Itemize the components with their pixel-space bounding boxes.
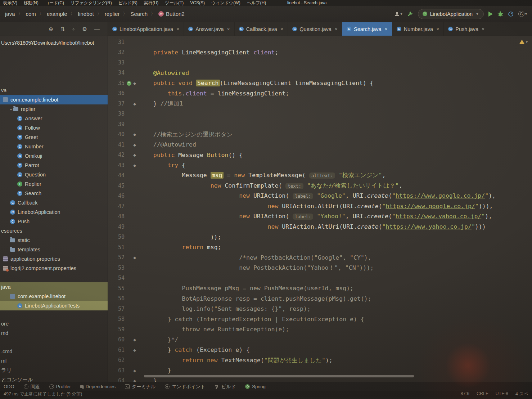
horizontal-scrollbar[interactable] bbox=[144, 375, 414, 377]
tab-close-icon[interactable]: × bbox=[482, 26, 484, 32]
code-line[interactable]: 46 new URIAction( label: "Google", URI.c… bbox=[108, 191, 532, 202]
code-line[interactable]: 32 private LineMessagingClient client; bbox=[108, 48, 532, 58]
line-number[interactable]: 45 bbox=[118, 183, 125, 189]
line-number[interactable]: 49 bbox=[118, 224, 125, 230]
tree-item[interactable]: static bbox=[0, 236, 108, 245]
expand-all-icon[interactable]: ⇅ bbox=[60, 26, 65, 32]
breadcrumb-item[interactable]: linebot bbox=[78, 11, 94, 17]
code-line[interactable]: 60◆ }*/ bbox=[108, 335, 532, 345]
fold-marker-icon[interactable]: ◆ bbox=[133, 153, 136, 157]
line-number[interactable]: 64 bbox=[118, 377, 125, 382]
tree-item[interactable]: ラリ bbox=[0, 366, 108, 375]
line-number[interactable]: 58 bbox=[118, 316, 125, 322]
breadcrumb-item[interactable]: example bbox=[47, 11, 67, 17]
tree-item[interactable]: CGreet bbox=[0, 133, 108, 142]
line-number[interactable]: 61 bbox=[118, 347, 125, 353]
toolwindow-terminal[interactable]: ターミナル bbox=[125, 384, 155, 390]
tree-item[interactable]: ▾replier bbox=[0, 104, 108, 114]
tree-item[interactable]: md bbox=[0, 328, 108, 338]
tree-item[interactable]: CNumber bbox=[0, 142, 108, 151]
code-line[interactable]: 54 bbox=[108, 273, 532, 284]
locate-icon[interactable]: ⊕ bbox=[49, 26, 53, 32]
expand-arrow-icon[interactable]: ▾ bbox=[10, 107, 12, 111]
fold-marker-icon[interactable]: ◆ bbox=[133, 379, 136, 382]
tab-answer-java[interactable]: CAnswer.java× bbox=[184, 22, 234, 36]
menu-item[interactable]: ヘルプ(H) bbox=[247, 0, 266, 6]
tab-close-icon[interactable]: × bbox=[227, 26, 230, 32]
breadcrumb-item[interactable]: mButton2 bbox=[158, 11, 185, 17]
breadcrumb-item[interactable]: java bbox=[5, 11, 15, 17]
fold-marker-icon[interactable]: ◆ bbox=[133, 143, 136, 147]
toolwindow-dependencies[interactable]: Dependencies bbox=[80, 384, 116, 389]
menu-item[interactable]: 表示(V) bbox=[3, 0, 17, 6]
tree-item[interactable]: java bbox=[0, 282, 108, 292]
line-number[interactable]: 57 bbox=[118, 306, 125, 312]
code-line[interactable]: 40◆ //検索エンジンの選択ボタン bbox=[108, 130, 532, 140]
line-number[interactable]: 31 bbox=[118, 39, 125, 45]
tab-callback-java[interactable]: CCallback.java× bbox=[235, 22, 288, 36]
line-number[interactable]: 36 bbox=[118, 90, 125, 97]
breadcrumb-item[interactable]: com bbox=[26, 11, 36, 17]
tab-close-icon[interactable]: × bbox=[176, 26, 179, 32]
tree-item[interactable]: CAnswer bbox=[0, 114, 108, 123]
code-line[interactable]: 34 @Autowired bbox=[108, 68, 532, 79]
fold-marker-icon[interactable]: ◆ bbox=[133, 348, 136, 352]
line-number[interactable]: 38 bbox=[118, 111, 125, 117]
toolwindow-todo[interactable]: ODO bbox=[4, 384, 14, 389]
toolwindow-spring[interactable]: Spring bbox=[245, 384, 266, 389]
code-line[interactable]: 63◆ } bbox=[108, 366, 532, 376]
status-item[interactable]: 4 スペ bbox=[515, 391, 528, 397]
tree-item[interactable]: とコンソール bbox=[0, 375, 108, 382]
code-line[interactable]: 50 )); bbox=[108, 232, 532, 243]
tree-item[interactable]: esources bbox=[0, 226, 108, 236]
code-line[interactable]: 55 PushMessage pMsg = new PushMessage(us… bbox=[108, 283, 532, 294]
tree-item[interactable]: ore bbox=[0, 319, 108, 328]
code-line[interactable]: 52◆ /*new PostbackAction("Google", "CY")… bbox=[108, 253, 532, 263]
tree-item[interactable]: com.example.linebot bbox=[0, 95, 108, 104]
tab-close-icon[interactable]: × bbox=[335, 26, 338, 32]
tree-item[interactable]: templates bbox=[0, 245, 108, 254]
toolwindow-endpoints[interactable]: エンドポイント bbox=[165, 384, 205, 390]
collapse-all-icon[interactable]: ÷ bbox=[72, 26, 75, 32]
hide-panel-icon[interactable]: — bbox=[94, 26, 100, 32]
line-number[interactable]: 33 bbox=[118, 59, 125, 66]
code-line[interactable]: 51 return msg; bbox=[108, 242, 532, 253]
tree-item[interactable]: va bbox=[0, 86, 108, 95]
sync-button[interactable]: G ▾ bbox=[518, 11, 527, 17]
line-number[interactable]: 32 bbox=[118, 49, 125, 55]
tab-close-icon[interactable]: × bbox=[385, 26, 388, 32]
line-number[interactable]: 53 bbox=[118, 265, 125, 271]
menu-item[interactable]: ビルド(B) bbox=[118, 0, 137, 6]
tab-search-java[interactable]: CSearch.java× bbox=[342, 22, 392, 36]
code-line[interactable]: 43◆ try { bbox=[108, 160, 532, 171]
toolwindow-profiler[interactable]: Profiler bbox=[49, 384, 71, 389]
run-configuration-select[interactable]: LinebotApplication ▼ bbox=[418, 9, 484, 19]
code-line[interactable]: 59 throw new RuntimeException(e); bbox=[108, 324, 532, 335]
tab-question-java[interactable]: CQuestion.java× bbox=[288, 22, 342, 36]
toolwindow-build[interactable]: ビルド bbox=[215, 384, 236, 390]
breadcrumb-item[interactable]: replier bbox=[105, 11, 120, 17]
status-item[interactable]: UTF-8 bbox=[496, 391, 508, 397]
code-line[interactable]: 41◆ //@Autowired bbox=[108, 140, 532, 150]
fold-marker-icon[interactable]: ◆ bbox=[133, 256, 136, 260]
line-number[interactable]: 46 bbox=[118, 193, 125, 199]
tree-item[interactable]: com.example.linebot bbox=[0, 292, 108, 301]
profiler-button[interactable] bbox=[508, 11, 514, 17]
tree-item[interactable]: CLinebotApplicationTests bbox=[0, 301, 108, 310]
tree-item[interactable]: CLinebotApplication bbox=[0, 207, 108, 217]
menu-item[interactable]: コード(C) bbox=[45, 0, 64, 6]
line-number[interactable]: 59 bbox=[118, 326, 125, 333]
fold-marker-icon[interactable]: ◆ bbox=[133, 133, 136, 136]
code-line[interactable]: 38 bbox=[108, 109, 532, 120]
tree-item[interactable]: CParrot bbox=[0, 161, 108, 170]
editor[interactable]: 3132 private LineMessagingClient client;… bbox=[108, 36, 532, 382]
settings-icon[interactable]: ⚙ bbox=[82, 26, 87, 32]
user-profile-button[interactable]: ▾ bbox=[394, 11, 402, 17]
tree-item[interactable]: ml bbox=[0, 356, 108, 366]
line-number[interactable]: 54 bbox=[118, 275, 125, 281]
code-line[interactable]: 35◆ public void Search(LineMessagingClie… bbox=[108, 78, 532, 89]
tab-close-icon[interactable]: × bbox=[280, 26, 283, 32]
tree-item[interactable]: log4j2.component.properties bbox=[0, 264, 108, 273]
code-line[interactable]: 58 } catch (InterruptedException | Execu… bbox=[108, 314, 532, 325]
tree-item[interactable]: CFollow bbox=[0, 123, 108, 133]
